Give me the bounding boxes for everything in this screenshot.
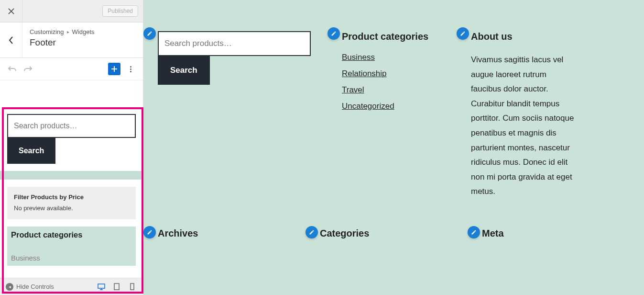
plus-icon [111, 66, 118, 72]
meta-heading: Meta [482, 228, 630, 239]
preview-search-button[interactable]: Search [158, 56, 210, 85]
close-icon [8, 8, 14, 14]
categories-block-item: Business [11, 239, 132, 262]
edit-widget-shortcut[interactable] [327, 27, 340, 40]
chevron-left-icon [9, 36, 13, 44]
redo-icon [23, 66, 32, 72]
back-button[interactable] [0, 23, 22, 57]
pencil-icon [147, 31, 153, 36]
tablet-icon [114, 283, 120, 290]
category-link[interactable]: Business [342, 53, 375, 62]
pencil-icon [460, 31, 466, 36]
list-item: Uncategorized [342, 102, 457, 111]
mobile-icon [130, 283, 134, 290]
device-tablet-button[interactable] [111, 282, 122, 292]
edit-widget-shortcut[interactable] [457, 27, 469, 40]
device-desktop-button[interactable] [96, 282, 107, 292]
about-us-heading: About us [471, 31, 630, 42]
category-link[interactable]: Relationship [342, 69, 387, 78]
list-item: Relationship [342, 69, 457, 79]
edit-widget-shortcut[interactable] [143, 27, 156, 40]
edit-widget-shortcut[interactable] [306, 226, 318, 238]
kebab-icon [130, 66, 131, 68]
footer-row-1: Search Product categories Business Relat… [158, 31, 630, 199]
about-us-text: Vivamus sagittis lacus vel augue laoreet… [471, 53, 576, 199]
undo-icon [8, 66, 17, 72]
widget-categories-block[interactable]: Product categories Business [7, 227, 136, 266]
svg-rect-1 [114, 284, 119, 290]
preview-search-input[interactable] [158, 31, 311, 56]
footer-row-2: Archives Categories Meta [158, 228, 630, 250]
category-link[interactable]: Uncategorized [342, 102, 394, 111]
svg-rect-0 [98, 284, 105, 288]
add-block-button[interactable] [108, 63, 120, 75]
categories-heading: Categories [320, 228, 468, 239]
pencil-icon [147, 229, 153, 235]
collapse-icon: ◂ [6, 283, 13, 291]
product-categories-list: Business Relationship Travel Uncategoriz… [342, 53, 457, 111]
customizer-sidebar: Published Customizing ▸ Widgets Footer [0, 0, 143, 295]
edit-widget-shortcut[interactable] [143, 226, 156, 238]
archives-heading: Archives [158, 228, 306, 239]
sidebar-bottom-bar: ◂ Hide Controls [0, 278, 143, 295]
widget-search-block[interactable]: Search [0, 107, 143, 171]
desktop-icon [98, 284, 105, 290]
hide-controls-button[interactable]: ◂ Hide Controls [6, 283, 54, 291]
redo-button[interactable] [22, 64, 33, 74]
sidebar-topbar: Published [0, 0, 143, 23]
device-mobile-button[interactable] [127, 282, 137, 292]
breadcrumb-customizing: Customizing [30, 28, 64, 35]
edit-widget-shortcut[interactable] [468, 226, 480, 238]
close-customizer-button[interactable] [0, 0, 22, 23]
sidebar-scroll[interactable]: Search Filter Products by Price No previ… [0, 80, 143, 278]
categories-block-heading: Product categories [11, 230, 132, 239]
sidebar-search-input[interactable] [7, 114, 136, 138]
editor-toolbar [0, 58, 143, 80]
list-item: Travel [342, 85, 457, 95]
undo-button[interactable] [7, 64, 18, 74]
breadcrumb-bar: Customizing ▸ Widgets Footer [0, 23, 143, 58]
svg-rect-2 [131, 284, 134, 290]
category-link[interactable]: Travel [342, 85, 364, 94]
breadcrumb-title: Footer [30, 37, 136, 48]
filter-block-message: No preview available. [14, 204, 129, 212]
publish-status-button[interactable]: Published [102, 5, 138, 17]
preview-pane[interactable]: Search Product categories Business Relat… [143, 0, 644, 295]
product-categories-heading: Product categories [342, 31, 457, 42]
sidebar-search-button[interactable]: Search [7, 138, 55, 164]
filter-block-title: Filter Products by Price [14, 193, 129, 201]
pencil-icon [309, 229, 315, 235]
more-options-button[interactable] [125, 63, 136, 75]
pencil-icon [331, 31, 337, 36]
chevron-right-icon: ▸ [67, 29, 69, 34]
widget-filter-block[interactable]: Filter Products by Price No preview avai… [7, 187, 136, 219]
pencil-icon [471, 229, 477, 235]
breadcrumb-widgets: Widgets [72, 28, 95, 35]
list-item: Business [342, 53, 457, 62]
